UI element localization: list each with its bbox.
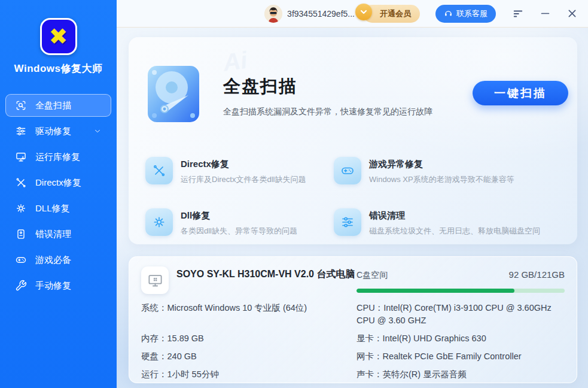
- cross-tools-icon: [145, 157, 173, 184]
- feature-grid: Directx修复 运行库及Directx文件各类dll缺失问题: [145, 157, 563, 237]
- monitor-download-icon: [15, 151, 27, 163]
- gamepad-icon: [15, 254, 27, 266]
- one-key-scan-button[interactable]: 一键扫描: [473, 81, 568, 105]
- user-avatar[interactable]: [264, 5, 282, 23]
- system-info-header: SOYO SY-KL H310CM-VH V2.0 台式电脑 C盘空间 92 G…: [141, 266, 565, 294]
- sidebar-item-driver-repair[interactable]: 驱动修复: [5, 120, 111, 143]
- chevron-down-icon[interactable]: [92, 127, 103, 135]
- vip-button-label: 开通会员: [380, 9, 411, 18]
- minimize-icon: [540, 8, 550, 19]
- gear-icon: [15, 202, 27, 214]
- sidebar-item-error-clean[interactable]: 错误清理: [5, 223, 111, 245]
- sidebar-item-label: DLL修复: [35, 203, 103, 214]
- sidebar-item-label: 全盘扫描: [35, 100, 103, 111]
- user-id[interactable]: 3f934551429ef5...: [287, 9, 355, 19]
- cross-tools-icon: [15, 177, 27, 189]
- scan-panel: 全盘扫描 全盘扫描系统漏洞及文件异常，快速修复常见的运行故障 一键扫描: [129, 37, 577, 244]
- window-menu-button[interactable]: [511, 7, 525, 20]
- avatar-image: [264, 5, 282, 23]
- vip-badge-icon: [355, 4, 372, 20]
- hard-disk-icon: [145, 65, 202, 125]
- c-drive-label: C盘空间: [357, 270, 388, 281]
- sliders-icon: [15, 125, 27, 137]
- sidebar-item-runtime-repair[interactable]: 运行库修复: [5, 146, 111, 168]
- sidebar-item-directx-repair[interactable]: Directx修复: [5, 171, 111, 194]
- spec-network: 网卡：Realtek PCIe GbE Family Controller: [357, 350, 565, 363]
- device-title: SOYO SY-KL H310CM-VH V2.0 台式电脑: [176, 266, 357, 280]
- feature-desc: 磁盘系统垃圾文件、无用日志、释放电脑磁盘空间: [369, 226, 540, 237]
- sidebar-item-label: 游戏必备: [35, 254, 103, 266]
- sidebar-item-label: 运行库修复: [35, 151, 103, 163]
- scan-icon: [15, 99, 27, 111]
- feature-directx-repair[interactable]: Directx修复 运行库及Directx文件各类dll缺失问题: [145, 157, 334, 185]
- sidebar-item-label: Directx修复: [35, 177, 103, 189]
- spec-cpu: CPU：Intel(R) Core(TM) i3-9100 CPU @ 3.60…: [357, 302, 565, 327]
- gamepad-icon: [334, 157, 361, 184]
- c-drive-usage: 92 GB/121GB: [509, 269, 565, 280]
- window-controls: [511, 7, 578, 20]
- hero-subtitle: 全盘扫描系统漏洞及文件异常，快速修复常见的运行故障: [223, 107, 432, 117]
- gear-icon: [145, 208, 173, 236]
- hero-text: 全盘扫描 全盘扫描系统漏洞及文件异常，快速修复常见的运行故障: [223, 65, 432, 117]
- logo-x-glyph: ✖: [49, 25, 68, 48]
- app-logo-block: ✖ Windows修复大师: [0, 18, 117, 75]
- spec-disk: 硬盘：240 GB: [141, 350, 357, 363]
- spec-gpu: 显卡：Intel(R) UHD Graphics 630: [357, 332, 565, 345]
- minimize-button[interactable]: [539, 7, 552, 20]
- feature-dll-repair[interactable]: Dll修复 各类因dll缺失、异常等导致的问题: [145, 208, 334, 237]
- computer-icon: [141, 266, 169, 294]
- feature-desc: Windows XP系统的老游戏导致不能兼容等: [369, 174, 514, 185]
- c-drive-progress-fill: [357, 289, 514, 293]
- sidebar-item-full-scan[interactable]: 全盘扫描: [5, 94, 111, 117]
- close-icon: [567, 8, 577, 19]
- sidebar-item-game-essentials[interactable]: 游戏必备: [5, 248, 111, 271]
- app-logo: ✖: [40, 18, 77, 55]
- spec-grid: 系统：Microsoft Windows 10 专业版 (64位) CPU：In…: [141, 302, 565, 381]
- feature-title: Dll修复: [181, 208, 297, 222]
- main-area: 3f934551429ef5... 开通会员 联系客服: [117, 0, 588, 388]
- spec-os: 系统：Microsoft Windows 10 专业版 (64位): [141, 302, 357, 327]
- sidebar-item-label: 错误清理: [35, 229, 103, 240]
- sidebar-item-label: 手动修复: [35, 280, 103, 292]
- menu-icon: [513, 8, 523, 19]
- feature-title: 错误清理: [369, 208, 540, 222]
- sidebar-item-dll-repair[interactable]: DLL修复: [5, 197, 111, 220]
- feature-title: 游戏异常修复: [369, 157, 514, 170]
- wrench-icon: [15, 280, 27, 292]
- topbar: 3f934551429ef5... 开通会员 联系客服: [117, 0, 588, 28]
- card-icon: [15, 228, 27, 240]
- feature-game-exception-repair[interactable]: 游戏异常修复 Windows XP系统的老游戏导致不能兼容等: [334, 157, 563, 185]
- sidebar-item-manual-repair[interactable]: 手动修复: [5, 274, 111, 297]
- feature-desc: 各类因dll缺失、异常等导致的问题: [181, 226, 297, 237]
- support-button-label: 联系客服: [456, 8, 488, 19]
- headset-icon: [444, 9, 453, 18]
- feature-title: Directx修复: [181, 157, 306, 170]
- hero-title: 全盘扫描: [223, 75, 432, 99]
- c-drive-progress-track: [357, 289, 565, 293]
- spec-sound: 声卡：英特尔(R) 显示器音频: [357, 368, 565, 381]
- content-area: Ai: [117, 28, 588, 388]
- sliders-icon: [334, 208, 361, 236]
- spec-memory: 内存：15.89 GB: [141, 332, 357, 345]
- sidebar: ✖ Windows修复大师 全盘扫描 驱动修复: [0, 0, 117, 388]
- app-title: Windows修复大师: [0, 62, 117, 75]
- spec-uptime: 运行：1小时 55分钟: [141, 368, 357, 381]
- app-window: ✖ Windows修复大师 全盘扫描 驱动修复: [0, 0, 588, 388]
- feature-desc: 运行库及Directx文件各类dll缺失问题: [181, 174, 306, 185]
- system-info-panel: SOYO SY-KL H310CM-VH V2.0 台式电脑 C盘空间 92 G…: [129, 256, 577, 383]
- support-button[interactable]: 联系客服: [435, 5, 496, 23]
- sidebar-item-label: 驱动修复: [35, 126, 83, 137]
- sidebar-menu: 全盘扫描 驱动修复 运行库修复: [0, 94, 117, 297]
- feature-error-clean[interactable]: 错误清理 磁盘系统垃圾文件、无用日志、释放电脑磁盘空间: [334, 208, 563, 237]
- close-button[interactable]: [566, 7, 578, 20]
- vip-button[interactable]: 开通会员: [363, 5, 420, 23]
- c-drive-block: C盘空间 92 GB/121GB: [357, 266, 565, 293]
